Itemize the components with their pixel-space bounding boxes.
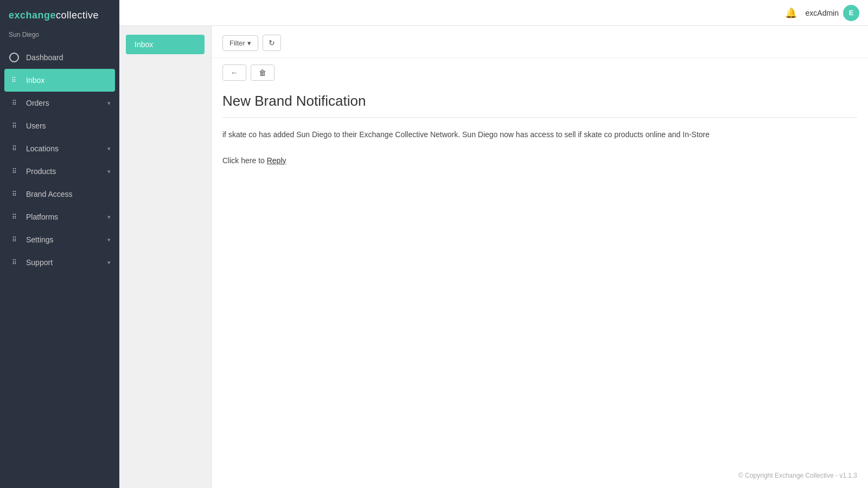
sidebar-label-platforms: Platforms (26, 213, 101, 221)
back-button[interactable]: ← (222, 65, 246, 81)
support-icon: ⠿ (9, 257, 20, 268)
username-label: excAdmin (806, 9, 839, 17)
support-arrow-icon: ▾ (107, 259, 111, 266)
sidebar-item-products[interactable]: ⠿ Products ▾ (0, 160, 119, 183)
sidebar-item-platforms[interactable]: ⠿ Platforms ▾ (0, 206, 119, 228)
avatar: E (843, 5, 859, 21)
sidebar-label-settings: Settings (26, 235, 101, 244)
brand-access-icon: ⠿ (9, 189, 20, 200)
sidebar-label-users: Users (26, 121, 111, 130)
filter-button[interactable]: Filter ▾ (222, 35, 258, 51)
platforms-arrow-icon: ▾ (107, 214, 111, 221)
sidebar-item-dashboard[interactable]: Dashboard (0, 46, 119, 69)
orders-arrow-icon: ▾ (107, 100, 111, 107)
filter-label: Filter (229, 39, 245, 47)
sidebar-item-brand-access[interactable]: ⠿ Brand Access (0, 183, 119, 206)
settings-icon: ⠿ (9, 234, 20, 245)
sidebar-label-orders: Orders (26, 99, 101, 107)
refresh-icon: ↻ (269, 38, 275, 47)
dashboard-icon (9, 52, 20, 63)
avatar-initials: E (849, 9, 854, 17)
sidebar-item-support[interactable]: ⠿ Support ▾ (0, 251, 119, 274)
user-menu[interactable]: excAdmin E (806, 5, 859, 21)
topbar: 🔔 excAdmin E (119, 0, 868, 26)
delete-icon: 🗑 (259, 68, 266, 77)
message-content: New Brand Notification if skate co has a… (212, 87, 868, 463)
app-logo: exchangecollective (0, 0, 119, 29)
filter-arrow-icon: ▾ (247, 39, 251, 47)
sidebar-location: Sun Diego (0, 29, 119, 46)
back-icon: ← (231, 68, 238, 77)
orders-icon: ⠿ (9, 98, 20, 108)
inbox-panel: Inbox (119, 26, 212, 488)
message-body-line1: if skate co has added Sun Diego to their… (222, 129, 857, 142)
delete-button[interactable]: 🗑 (251, 65, 275, 81)
sidebar-label-locations: Locations (26, 144, 101, 153)
message-actions: ← 🗑 (212, 58, 868, 87)
logo-first: exchange (9, 10, 56, 21)
sidebar-item-users[interactable]: ⠿ Users (0, 114, 119, 137)
copyright-text: © Copyright Exchange Collective - v1.1.3 (738, 472, 857, 479)
message-reply-line: Click here to Reply (222, 155, 857, 168)
logo-second: collective (56, 10, 99, 21)
platforms-icon: ⠿ (9, 211, 20, 222)
message-body: if skate co has added Sun Diego to their… (222, 129, 857, 167)
sidebar-item-orders[interactable]: ⠿ Orders ▾ (0, 92, 119, 114)
sidebar-label-brand-access: Brand Access (26, 190, 111, 198)
sidebar-item-locations[interactable]: ⠿ Locations ▾ (0, 137, 119, 160)
sidebar-item-settings[interactable]: ⠿ Settings ▾ (0, 228, 119, 251)
reply-prefix: Click here to (222, 156, 267, 165)
sidebar-label-support: Support (26, 258, 101, 267)
notification-bell-icon[interactable]: 🔔 (785, 7, 797, 19)
refresh-button[interactable]: ↻ (263, 35, 281, 51)
sidebar-item-inbox[interactable]: ⠿ Inbox (4, 69, 115, 92)
sidebar-nav: Dashboard ⠿ Inbox ⠿ Orders ▾ ⠿ Users ⠿ L… (0, 46, 119, 488)
users-icon: ⠿ (9, 120, 20, 131)
message-divider (222, 117, 857, 118)
locations-arrow-icon: ▾ (107, 145, 111, 152)
reply-link[interactable]: Reply (267, 156, 286, 165)
sidebar-label-products: Products (26, 167, 101, 176)
content-area: Inbox Filter ▾ ↻ ← 🗑 (119, 26, 868, 488)
sidebar-label-dashboard: Dashboard (26, 53, 111, 62)
inbox-icon: ⠿ (9, 75, 20, 86)
footer: © Copyright Exchange Collective - v1.1.3 (212, 463, 868, 488)
sidebar: exchangecollective Sun Diego Dashboard ⠿… (0, 0, 119, 488)
message-title: New Brand Notification (222, 93, 857, 110)
inbox-button[interactable]: Inbox (126, 35, 205, 54)
main-wrapper: 🔔 excAdmin E Inbox Filter ▾ ↻ (119, 0, 868, 488)
settings-arrow-icon: ▾ (107, 236, 111, 243)
message-toolbar: Filter ▾ ↻ (212, 26, 868, 58)
locations-icon: ⠿ (9, 143, 20, 154)
products-icon: ⠿ (9, 166, 20, 177)
message-area: Filter ▾ ↻ ← 🗑 New Brand Notification (212, 26, 868, 488)
sidebar-label-inbox: Inbox (26, 76, 111, 85)
products-arrow-icon: ▾ (107, 168, 111, 175)
